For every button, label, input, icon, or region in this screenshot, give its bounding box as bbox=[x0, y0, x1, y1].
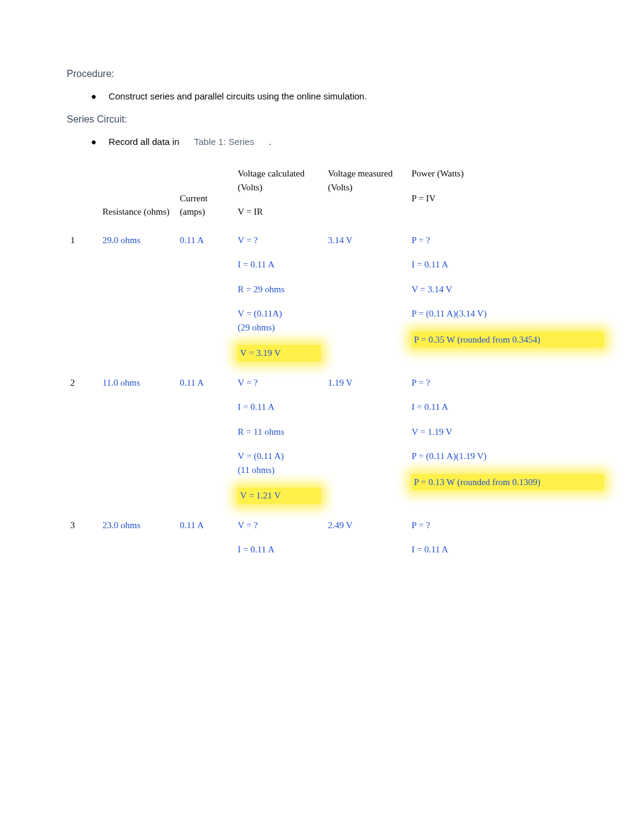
procedure-bullet-text: Construct series and parallel circuits u… bbox=[109, 90, 367, 104]
table-1-label: Table 1: Series bbox=[182, 136, 266, 147]
header-vcalc-top: Voltage calculated (Volts) bbox=[238, 167, 321, 194]
power-result-highlight: P = 0.13 W (rounded from 0.1309) bbox=[412, 474, 604, 491]
cell-voltage-measured: 3.14 V bbox=[324, 226, 408, 369]
bullet-icon: ● bbox=[91, 135, 96, 149]
series-table: Resistance (ohms) Current (amps) Voltage… bbox=[67, 159, 608, 564]
cell-voltage-calculated: V = ? I = 0.11 A R = 29 ohms V = (0.11A)… bbox=[234, 226, 324, 369]
power-line: P = ? bbox=[412, 518, 604, 532]
cell-current: 0.11 A bbox=[176, 511, 235, 564]
table-row: 3 23.0 ohms 0.11 A V = ? I = 0.11 A 2.49… bbox=[67, 511, 608, 564]
vcalc-line: V = ? bbox=[238, 233, 321, 247]
header-voltage-calculated: Voltage calculated (Volts) V = IR bbox=[234, 159, 324, 226]
procedure-heading: Procedure: bbox=[67, 67, 608, 81]
bullet-icon: ● bbox=[91, 90, 96, 104]
vcalc-line: R = 29 ohms bbox=[238, 283, 321, 297]
row-number: 3 bbox=[67, 511, 99, 564]
cell-voltage-measured: 1.19 V bbox=[324, 369, 408, 511]
cell-power: P = ? I = 0.11 A V = 3.14 V P = (0.11 A)… bbox=[408, 226, 608, 369]
header-current: Current (amps) bbox=[176, 159, 235, 226]
cell-resistance: 23.0 ohms bbox=[99, 511, 176, 564]
table-row: 1 29.0 ohms 0.11 A V = ? I = 0.11 A R = … bbox=[67, 226, 608, 369]
cell-voltage-calculated: V = ? I = 0.11 A R = 11 ohms V = (0.11 A… bbox=[234, 369, 324, 511]
power-line: P = ? bbox=[412, 376, 604, 390]
cell-voltage-calculated: V = ? I = 0.11 A bbox=[234, 511, 324, 564]
vcalc-line: V = (0.11A) (29 ohms) bbox=[238, 307, 321, 334]
vcalc-result-highlight: V = 3.19 V bbox=[238, 345, 321, 361]
vcalc-line-part: V = (0.11A) bbox=[238, 309, 282, 318]
cell-power: P = ? I = 0.11 A bbox=[408, 511, 608, 564]
vcalc-line: V = ? bbox=[238, 518, 321, 532]
series-heading: Series Circuit: bbox=[67, 112, 608, 127]
vcalc-line: R = 11 ohms bbox=[238, 425, 321, 439]
vcalc-result-highlight: V = 1.21 V bbox=[238, 488, 321, 504]
power-line: I = 0.11 A bbox=[412, 400, 604, 414]
header-voltage-measured: Voltage measured (Volts) bbox=[324, 159, 408, 226]
vcalc-line: I = 0.11 A bbox=[238, 258, 321, 272]
power-line: P = ? bbox=[412, 233, 604, 247]
cell-current: 0.11 A bbox=[176, 226, 235, 369]
power-line: I = 0.11 A bbox=[412, 258, 604, 272]
cell-current: 0.11 A bbox=[176, 369, 235, 511]
cell-resistance: 29.0 ohms bbox=[99, 226, 176, 369]
cell-power: P = ? I = 0.11 A V = 1.19 V P = (0.11 A)… bbox=[408, 369, 608, 511]
header-power-formula: P = IV bbox=[412, 192, 604, 206]
vcalc-line-part: (11 ohms) bbox=[238, 465, 275, 475]
vcalc-line: I = 0.11 A bbox=[238, 400, 321, 414]
power-line: V = 3.14 V bbox=[412, 283, 604, 297]
procedure-bullet-1: ● Construct series and parallel circuits… bbox=[67, 90, 608, 104]
series-bullet: ● Record all data in Table 1: Series . bbox=[67, 135, 608, 149]
series-bullet-text: Record all data in Table 1: Series . bbox=[109, 135, 271, 149]
power-line: V = 1.19 V bbox=[412, 425, 604, 439]
bullet2-suffix: . bbox=[269, 136, 271, 147]
power-line: P = (0.11 A)(3.14 V) bbox=[412, 307, 604, 321]
header-power: Power (Watts) P = IV bbox=[408, 159, 608, 226]
table-header-row: Resistance (ohms) Current (amps) Voltage… bbox=[67, 159, 608, 226]
header-resistance: Resistance (ohms) bbox=[99, 159, 176, 226]
power-line: I = 0.11 A bbox=[412, 543, 604, 557]
table-row: 2 11.0 ohms 0.11 A V = ? I = 0.11 A R = … bbox=[67, 369, 608, 511]
power-result-highlight: P = 0.35 W (rounded from 0.3454) bbox=[412, 332, 604, 348]
header-vcalc-formula: V = IR bbox=[238, 205, 321, 219]
row-number: 2 bbox=[67, 369, 99, 511]
vcalc-line: I = 0.11 A bbox=[238, 543, 321, 557]
header-power-top: Power (Watts) bbox=[412, 167, 604, 181]
row-number: 1 bbox=[67, 226, 99, 369]
header-num bbox=[67, 159, 99, 226]
cell-resistance: 11.0 ohms bbox=[99, 369, 176, 511]
power-line: P = (0.11 A)(1.19 V) bbox=[412, 449, 604, 463]
vcalc-line: V = (0.11 A) (11 ohms) bbox=[238, 449, 321, 477]
vcalc-line-part: V = (0.11 A) bbox=[238, 451, 284, 461]
bullet2-prefix: Record all data in bbox=[109, 136, 179, 147]
vcalc-line-part: (29 ohms) bbox=[238, 323, 275, 332]
cell-voltage-measured: 2.49 V bbox=[324, 511, 408, 564]
vcalc-line: V = ? bbox=[238, 376, 321, 390]
